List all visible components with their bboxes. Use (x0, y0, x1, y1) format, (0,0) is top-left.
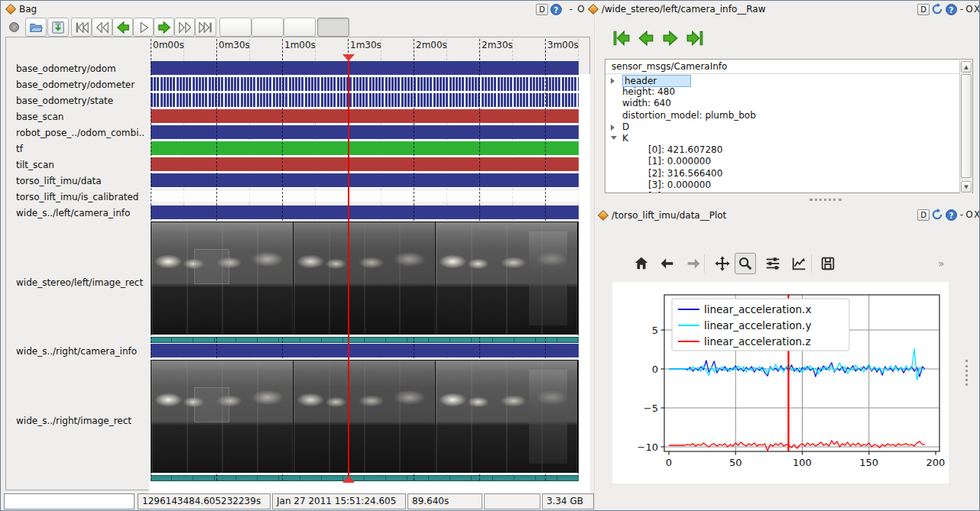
camera-thumbnail (294, 222, 436, 335)
subplots-icon (764, 255, 781, 272)
tree-row-label: K (622, 133, 628, 144)
plot-resize-handle[interactable] (965, 360, 968, 386)
tree-row-label: D (622, 121, 629, 132)
step-back-button[interactable] (112, 18, 133, 37)
customize-icon (790, 255, 807, 272)
open-bag-button[interactable] (25, 18, 47, 37)
plot-refresh-icon[interactable] (931, 209, 943, 223)
plot-close-button[interactable]: X (972, 209, 980, 220)
forward-button[interactable] (683, 253, 704, 274)
tree-row[interactable]: [3]: 0.000000 (606, 179, 959, 191)
legend-label: linear_acceleration.y (704, 319, 811, 332)
customize-button[interactable] (788, 253, 810, 274)
rewind-button[interactable] (92, 18, 112, 37)
topic-label: tilt_scan (16, 160, 54, 170)
tree-row[interactable]: [1]: 0.000000 (606, 156, 959, 167)
status-spacer (484, 493, 540, 509)
toggle-button-3[interactable] (284, 18, 316, 37)
zoom-icon (737, 255, 754, 272)
timeline-playhead[interactable] (348, 54, 349, 480)
tree-row-label: [4]: 421.114980 (648, 191, 722, 192)
scroll-up-icon[interactable]: ▲ (961, 61, 972, 73)
camera-thumbnail (436, 361, 578, 473)
message-tree[interactable]: sensor_msgs/CameraInfo headerheight: 480… (605, 59, 973, 193)
topic-label: torso_lift_imu/data (16, 176, 102, 186)
scrollbar-thumb[interactable] (961, 74, 972, 178)
back-button[interactable] (657, 253, 678, 274)
playhead-top-marker[interactable] (342, 54, 355, 61)
status-edit-field[interactable] (4, 493, 135, 509)
first-message-button[interactable] (612, 29, 632, 49)
status-elapsed: 89.640s (407, 493, 482, 509)
bag-detach-button[interactable]: D (536, 4, 548, 15)
pan-button[interactable] (712, 253, 733, 274)
save-bag-button[interactable] (47, 18, 69, 37)
expander-collapsed-icon[interactable] (611, 125, 615, 131)
legend-label: linear_acceleration.x (704, 303, 811, 315)
seek-end-button[interactable] (195, 18, 216, 37)
panel-splitter-handle[interactable] (810, 199, 842, 201)
bag-help-button[interactable]: ? (550, 4, 562, 15)
next-message-icon (661, 29, 680, 47)
step-forward-icon (157, 20, 172, 35)
tree-row[interactable]: header (606, 75, 959, 86)
raw-refresh-icon[interactable] (931, 3, 943, 18)
tree-row[interactable]: [2]: 316.566400 (606, 168, 959, 179)
message-band (151, 141, 579, 155)
tree-row[interactable]: K (606, 133, 959, 144)
tree-scrollbar[interactable]: ▲ ▼ (959, 60, 972, 193)
plot-canvas[interactable]: 05010015020050−5−10linear_acceleration.x… (612, 282, 949, 484)
bag-maximize-button[interactable]: O (576, 4, 586, 15)
message-band (151, 93, 579, 107)
tree-row[interactable]: distortion_model: plumb_bob (606, 110, 959, 121)
tree-row[interactable]: [4]: 421.114980 (606, 191, 959, 192)
save-bag-icon (50, 20, 66, 35)
previous-message-button[interactable] (637, 29, 657, 49)
last-message-button[interactable] (686, 29, 706, 49)
toggle-button-4[interactable] (317, 18, 349, 37)
expander-collapsed-icon[interactable] (611, 78, 615, 84)
image-message-band (151, 337, 579, 343)
playhead-bottom-marker[interactable] (342, 476, 355, 483)
tree-row-label: distortion_model: plumb_bob (622, 110, 756, 121)
legend-label: linear_acceleration.z (704, 335, 810, 348)
acceleration-plot[interactable]: 05010015020050−5−10linear_acceleration.x… (612, 282, 949, 484)
fast-forward-button[interactable] (174, 18, 195, 37)
tree-row[interactable]: D (606, 121, 959, 133)
previous-message-icon (637, 29, 655, 47)
tree-row[interactable]: [0]: 421.607280 (606, 144, 959, 156)
record-button[interactable] (4, 18, 24, 37)
toggle-button-1[interactable] (219, 18, 251, 37)
toolbar-overflow-button[interactable]: » (938, 257, 945, 270)
plot-legend: linear_acceleration.xlinear_acceleration… (672, 299, 849, 351)
home-button[interactable] (631, 253, 652, 274)
bag-panel-title: Bag (19, 4, 37, 15)
save-figure-button[interactable] (817, 253, 839, 274)
expander-expanded-icon[interactable] (611, 136, 617, 140)
plot-help-button[interactable]: ? (946, 209, 957, 221)
tree-row[interactable]: height: 480 (606, 86, 959, 98)
status-playhead-stamp: 1296143484.605232239s (138, 493, 271, 509)
dock-separator[interactable] (594, 1, 595, 511)
seek-start-button[interactable] (71, 18, 92, 37)
tree-row[interactable]: width: 640 (606, 98, 959, 109)
bag-minimize-button[interactable]: - (566, 4, 576, 15)
play-button[interactable] (133, 18, 154, 37)
plot-detach-button[interactable]: D (917, 209, 930, 221)
x-tick-label: 200 (926, 457, 946, 468)
zoom-button[interactable] (735, 253, 756, 274)
raw-detach-button[interactable]: D (917, 4, 930, 15)
toggle-button-2[interactable] (251, 18, 284, 37)
next-message-button[interactable] (661, 29, 681, 49)
step-forward-button[interactable] (154, 18, 174, 37)
message-band (151, 77, 579, 91)
raw-help-button[interactable]: ? (946, 4, 957, 15)
topic-label: wide_s../left/camera_info (16, 208, 130, 218)
ruler-label: 2m00s (416, 40, 447, 50)
home-icon (633, 255, 650, 272)
topic-label: wide_stereo/left/image_rect (16, 277, 143, 288)
back-icon (659, 255, 676, 272)
scroll-down-icon[interactable]: ▼ (961, 181, 972, 192)
raw-close-button[interactable]: X (972, 4, 980, 15)
configure-subplots-button[interactable] (762, 253, 784, 274)
